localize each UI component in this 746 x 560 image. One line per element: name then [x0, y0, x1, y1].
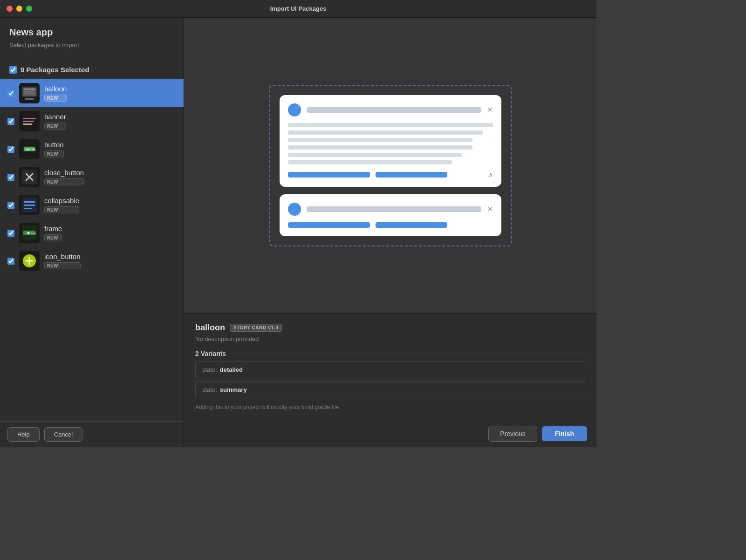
close-button[interactable]	[7, 6, 13, 12]
package-name-close-button: close_button	[44, 169, 84, 177]
story-card-badge: STORY CARD V1.0	[230, 324, 282, 332]
package-name-collapsable: collapsable	[44, 197, 79, 205]
card-line-2	[288, 130, 483, 135]
svg-text:PLAY: PLAY	[31, 232, 37, 235]
finish-button[interactable]: Finish	[542, 426, 587, 441]
variant-label-1: state:	[202, 386, 217, 393]
package-badge-frame: NEW	[44, 234, 62, 241]
package-item-collapsable[interactable]: collapsable NEW	[0, 191, 184, 219]
card-action-btn-2	[376, 172, 447, 178]
variant-row-detailed: state: detailed	[195, 361, 585, 378]
app-name: News app	[9, 27, 174, 38]
svg-rect-2	[24, 89, 35, 90]
package-badge-icon-button: NEW	[44, 262, 81, 269]
svg-rect-3	[24, 91, 33, 92]
svg-rect-5	[25, 98, 34, 100]
package-checkbox-button[interactable]	[7, 146, 14, 153]
card-header-summary: ✕	[288, 203, 493, 216]
info-package-name: balloon	[195, 323, 225, 333]
maximize-button[interactable]	[26, 6, 32, 12]
package-icon-icon-button	[19, 251, 40, 271]
card-expand-icon[interactable]: ∧	[488, 171, 493, 178]
card-title-bar-detailed	[307, 107, 481, 113]
package-info-icon-button: icon_button NEW	[44, 253, 81, 269]
package-item-button[interactable]: BUTTON button NEW	[0, 135, 184, 163]
card-title-bar-summary	[307, 206, 481, 212]
variant-row-summary: state: summary	[195, 381, 585, 398]
svg-text:BUTTON: BUTTON	[26, 148, 35, 151]
window-controls	[7, 6, 32, 12]
variant-value-1: summary	[220, 386, 247, 393]
package-item-icon-button[interactable]: icon_button NEW	[0, 247, 184, 275]
package-info-close-button: close_button NEW	[44, 169, 84, 185]
svg-rect-15	[24, 208, 32, 209]
sidebar-footer: Help Cancel	[0, 421, 184, 447]
package-icon-collapsable	[19, 195, 40, 215]
preview-dashed-container: ✕ ∧	[269, 85, 512, 246]
sidebar-divider	[9, 58, 174, 58]
svg-rect-4	[24, 93, 34, 94]
package-badge-banner: NEW	[44, 123, 66, 130]
svg-rect-14	[24, 205, 35, 206]
package-checkbox-banner[interactable]	[7, 118, 14, 125]
package-name-banner: banner	[44, 113, 66, 121]
title-bar: Import UI Packages	[0, 0, 596, 18]
variants-title: 2 Variants	[195, 350, 585, 357]
svg-rect-13	[24, 201, 35, 203]
variant-value-0: detailed	[220, 366, 243, 373]
card-line-6	[288, 160, 452, 164]
help-button[interactable]: Help	[7, 427, 40, 442]
variant-label-0: state:	[202, 366, 217, 373]
card-lines-detailed	[288, 123, 493, 164]
previous-button[interactable]: Previous	[488, 426, 537, 442]
bottom-bar: Previous Finish	[184, 420, 596, 447]
package-icon-frame: PLAY	[19, 223, 40, 243]
window-title: Import UI Packages	[270, 5, 327, 12]
package-item-balloon[interactable]: balloon NEW	[0, 79, 184, 107]
package-info-banner: banner NEW	[44, 113, 66, 130]
card-line-1	[288, 123, 493, 127]
package-checkbox-close-button[interactable]	[7, 174, 14, 181]
card-line-3	[288, 138, 472, 142]
packages-selected-label: 9 Packages Selected	[21, 66, 89, 74]
info-title-row: balloon STORY CARD V1.0	[195, 323, 585, 333]
card-preview-summary: ✕	[280, 194, 501, 236]
all-packages-toggle[interactable]: 9 Packages Selected	[0, 62, 184, 79]
card-close-icon-summary[interactable]: ✕	[487, 205, 493, 213]
card-avatar-detailed	[288, 103, 301, 116]
package-icon-button: BUTTON	[19, 139, 40, 159]
package-name-frame: frame	[44, 225, 62, 232]
sidebar-subtitle: Select packages to import	[9, 41, 174, 48]
package-badge-button: NEW	[44, 150, 64, 157]
package-icon-balloon	[19, 83, 40, 103]
minimize-button[interactable]	[16, 6, 22, 12]
sidebar: News app Select packages to import 9 Pac…	[0, 18, 184, 447]
package-icon-close-button	[19, 167, 40, 187]
package-checkbox-icon-button[interactable]	[7, 258, 14, 265]
info-footer-note: Adding this to your project will modify …	[195, 404, 585, 410]
package-name-icon-button: icon_button	[44, 253, 81, 260]
package-checkbox-frame[interactable]	[7, 230, 14, 237]
package-item-banner[interactable]: banner NEW	[0, 107, 184, 135]
package-item-close-button[interactable]: close_button NEW	[0, 163, 184, 191]
card-avatar-summary	[288, 203, 301, 216]
sidebar-header: News app Select packages to import	[0, 18, 184, 54]
package-item-frame[interactable]: PLAY frame NEW	[0, 219, 184, 247]
card-action-btn-summary-2	[376, 222, 447, 228]
cancel-button[interactable]: Cancel	[44, 427, 82, 442]
card-footer-buttons-detailed: ∧	[288, 171, 493, 178]
all-packages-checkbox[interactable]	[9, 66, 17, 74]
right-panel: ✕ ∧	[184, 18, 596, 447]
package-name-button: button	[44, 141, 64, 149]
package-checkbox-collapsable[interactable]	[7, 202, 14, 209]
package-info-collapsable: collapsable NEW	[44, 197, 79, 213]
info-description: No description provided	[195, 335, 585, 342]
package-checkbox-balloon[interactable]	[7, 90, 14, 97]
card-action-btn-summary-1	[288, 222, 370, 228]
card-line-5	[288, 153, 462, 157]
package-badge-balloon: NEW	[44, 95, 67, 102]
info-panel: balloon STORY CARD V1.0 No description p…	[184, 313, 596, 420]
card-footer-buttons-summary	[288, 222, 493, 228]
package-icon-banner	[19, 111, 40, 131]
card-close-icon-detailed[interactable]: ✕	[487, 105, 493, 114]
